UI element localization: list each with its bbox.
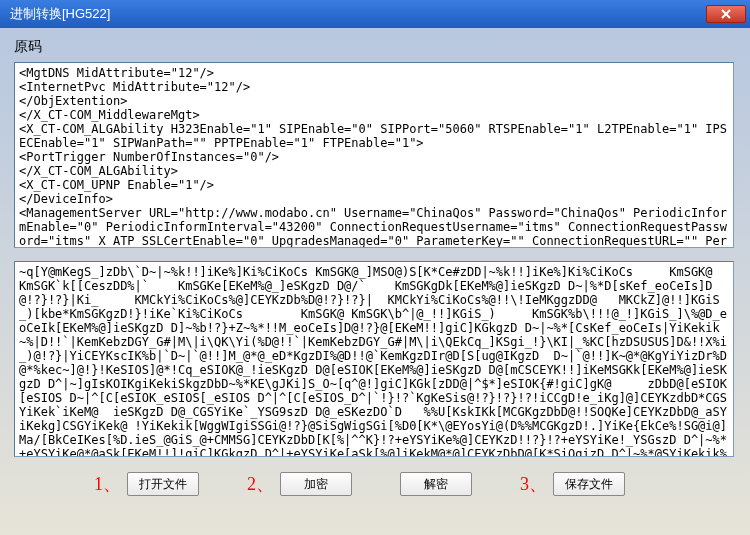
step-number-2: 2、	[247, 472, 274, 496]
title-bar: 进制转换[HG522]	[0, 0, 750, 28]
step-number-1: 1、	[94, 472, 121, 496]
encrypt-button[interactable]: 加密	[280, 472, 352, 496]
decrypt-button[interactable]: 解密	[400, 472, 472, 496]
close-button[interactable]	[706, 5, 746, 23]
button-row: 1、 打开文件 2、 加密 解密 3、 保存文件	[14, 472, 736, 496]
step-number-3: 3、	[520, 472, 547, 496]
window-controls	[706, 5, 746, 23]
open-file-button[interactable]: 打开文件	[127, 472, 199, 496]
source-label: 原码	[14, 38, 736, 56]
encoded-textarea[interactable]	[14, 261, 734, 457]
close-icon	[721, 9, 731, 19]
source-textarea[interactable]	[14, 62, 734, 248]
save-file-button[interactable]: 保存文件	[553, 472, 625, 496]
window-title: 进制转换[HG522]	[10, 5, 110, 23]
content-area: 原码 1、 打开文件 2、 加密 解密 3、 保存文件	[0, 28, 750, 506]
